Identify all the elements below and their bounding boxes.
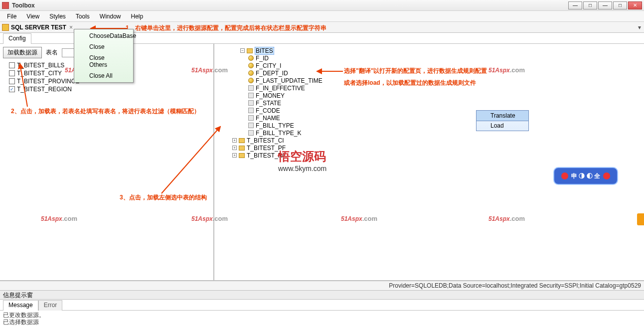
minimize-button-2[interactable]: — xyxy=(598,1,612,9)
tree-row[interactable]: F_MONEY xyxy=(232,92,641,99)
column-icon xyxy=(248,100,254,106)
expand-icon[interactable]: + xyxy=(232,146,237,150)
maximize-button[interactable]: □ xyxy=(613,1,627,9)
tree-label: F_LAST_UPDATE_TIME xyxy=(256,77,322,84)
tree-label: F_CODE xyxy=(256,107,280,114)
close-button[interactable]: ✕ xyxy=(628,1,642,9)
tree-row[interactable]: F_IN_EFFECTIVE xyxy=(232,84,641,92)
column-icon xyxy=(248,123,254,128)
ctx-load[interactable]: Load xyxy=(477,121,528,131)
key-icon xyxy=(248,78,254,83)
ctx-close-all[interactable]: Close All xyxy=(75,70,132,81)
tree-label: T_BITEST_PF xyxy=(247,145,286,152)
tree-row[interactable]: F_NAME xyxy=(232,114,641,122)
menu-file[interactable]: File xyxy=(2,12,21,21)
menu-styles[interactable]: Styles xyxy=(44,12,71,21)
column-icon xyxy=(248,93,254,98)
message-line: 已选择数据源 xyxy=(3,319,641,326)
tree-row[interactable]: F_BILL_TYPE xyxy=(232,122,641,129)
ad-banner[interactable]: 申 ◑ ◐ 全 xyxy=(553,167,618,185)
column-icon xyxy=(248,85,254,91)
config-tab[interactable]: Config xyxy=(3,33,31,44)
expand-icon[interactable]: − xyxy=(240,48,245,53)
tree-row[interactable]: F_CODE xyxy=(232,107,641,114)
menu-tools[interactable]: Tools xyxy=(71,12,95,21)
app-icon xyxy=(2,2,9,9)
tree-row[interactable]: +T_BITEST_RI xyxy=(232,152,641,159)
tree-label: F_CITY_I xyxy=(256,62,281,69)
folder-icon xyxy=(239,153,245,158)
ctx-close-others[interactable]: Close Others xyxy=(75,52,132,70)
folder-icon xyxy=(239,138,245,143)
status-bar: Provider=SQLOLEDB;Data Source=localhost;… xyxy=(0,281,644,291)
status-text: Provider=SQLOLEDB;Data Source=localhost;… xyxy=(389,282,641,289)
checkbox-icon[interactable] xyxy=(9,70,15,76)
tab-message[interactable]: Message xyxy=(3,300,38,311)
tree-row[interactable]: +T_BITEST_PF xyxy=(232,144,641,152)
expand-icon[interactable]: + xyxy=(232,138,237,143)
expand-icon[interactable]: + xyxy=(232,153,237,158)
heart-icon xyxy=(561,172,568,179)
tree-label: F_MONEY xyxy=(256,92,285,99)
table-label: T_BITEST_PROVINCE xyxy=(17,78,79,85)
tree-row[interactable]: F_DEPT_ID xyxy=(232,69,641,77)
column-icon xyxy=(248,115,254,121)
message-tabstrip: Message Error xyxy=(0,300,644,311)
ctx-choose-database[interactable]: ChooseDataBase xyxy=(75,30,132,41)
tree-label: F_BILL_TYPE_K xyxy=(256,130,301,137)
menu-window[interactable]: Window xyxy=(95,12,126,21)
key-icon xyxy=(248,55,254,61)
side-badge[interactable] xyxy=(637,213,644,225)
info-panel-header: 信息提示窗 xyxy=(0,291,644,300)
heart-icon xyxy=(603,172,610,179)
tree-row[interactable]: +T_BITEST_CI xyxy=(232,137,641,144)
document-tab-close[interactable]: × xyxy=(69,24,73,31)
database-icon xyxy=(2,24,9,31)
folder-icon xyxy=(247,48,253,53)
ctx-translate[interactable]: Translate xyxy=(476,110,529,121)
menu-help[interactable]: Help xyxy=(126,12,149,21)
tree-row[interactable]: F_BILL_TYPE_K xyxy=(232,129,641,137)
table-label: T_BITEST_CITY xyxy=(17,70,62,77)
context-menu-datasource: ChooseDataBase Close Close Others Close … xyxy=(74,29,134,83)
tab-error[interactable]: Error xyxy=(38,300,63,311)
tree-label: F_DEPT_ID xyxy=(256,70,288,77)
restore-button[interactable]: □ xyxy=(583,1,597,9)
chevron-down-icon[interactable]: ▾ xyxy=(638,24,641,31)
tree-label: F_NAME xyxy=(256,115,280,122)
ctx-close[interactable]: Close xyxy=(75,41,132,52)
tree-label: BITES xyxy=(255,47,274,55)
key-icon xyxy=(248,70,254,76)
minimize-button[interactable]: — xyxy=(568,1,582,9)
tree-label: T_BITEST_RI xyxy=(247,152,284,159)
table-row[interactable]: ✓T_BITEST_REGION xyxy=(3,85,210,93)
document-tab-title[interactable]: SQL SERVER TEST xyxy=(11,24,66,31)
tree-row[interactable]: −BITES xyxy=(232,47,641,54)
tree-label: T_BITEST_CI xyxy=(247,137,284,144)
tree-label: F_STATE xyxy=(256,100,281,107)
menu-view[interactable]: View xyxy=(21,12,44,21)
tree-label: F_BILL_TYPE xyxy=(256,122,294,129)
window-title: Toolbox xyxy=(12,2,35,9)
column-icon xyxy=(248,108,254,113)
tree-row[interactable]: F_STATE xyxy=(232,99,641,107)
checkbox-icon[interactable] xyxy=(9,78,15,84)
load-datasource-button[interactable]: 加载数据源 xyxy=(3,47,42,58)
key-icon xyxy=(248,63,254,68)
message-body: 已更改数据源。已选择数据源 xyxy=(0,311,644,331)
menu-bar: File View Styles Tools Window Help xyxy=(0,11,644,22)
schema-tree[interactable]: −BITESF_IDF_CITY_IF_DEPT_IDF_LAST_UPDATE… xyxy=(232,47,641,159)
table-name-label: 表名 xyxy=(46,48,58,57)
column-icon xyxy=(248,130,254,136)
tree-row[interactable]: F_LAST_UPDATE_TIME xyxy=(232,77,641,84)
tree-row[interactable]: F_CITY_I xyxy=(232,62,641,69)
ad-text: 申 ◑ ◐ 全 xyxy=(571,172,600,180)
tree-label: F_ID xyxy=(256,55,269,62)
checkbox-icon[interactable]: ✓ xyxy=(9,86,15,92)
folder-icon xyxy=(239,146,245,151)
tree-row[interactable]: F_ID xyxy=(232,54,641,62)
right-pane: −BITESF_IDF_CITY_IF_DEPT_IDF_LAST_UPDATE… xyxy=(214,44,644,280)
checkbox-icon[interactable] xyxy=(9,62,15,68)
table-label: T_BITEST_BILLS xyxy=(17,62,64,69)
title-bar: Toolbox — □ — □ ✕ xyxy=(0,0,644,11)
